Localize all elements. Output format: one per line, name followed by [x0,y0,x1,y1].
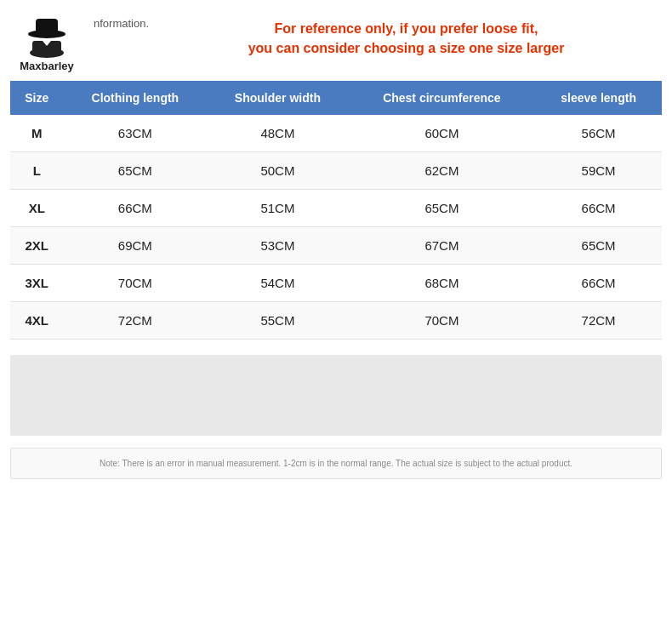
col-header-chest-circumference: Chest circumference [349,81,536,115]
size-table-container: Size Clothing length Shoulder width Ches… [10,81,662,340]
measurement-cell: 50CM [207,152,348,190]
size-cell: L [10,152,64,190]
measurement-cell: 66CM [535,265,662,302]
measurement-cell: 65CM [64,152,208,190]
measurement-cell: 59CM [535,152,662,190]
svg-rect-3 [36,19,58,35]
col-header-sleeve-length: sleeve length [535,81,662,115]
measurement-cell: 63CM [64,115,208,152]
measurement-cell: 66CM [535,190,662,227]
page-wrapper: Maxbarley nformation. For reference only… [0,0,672,634]
measurement-cell: 72CM [535,302,662,340]
bottom-placeholder [10,355,662,436]
measurement-cell: 67CM [349,227,536,265]
measurement-cell: 54CM [207,265,348,302]
top-section: Maxbarley nformation. For reference only… [0,0,672,81]
brand-logo-icon [24,15,71,58]
note-text: Note: There is an error in manual measur… [21,457,651,470]
measurement-cell: 72CM [64,302,208,340]
measurement-cell: 68CM [349,265,536,302]
col-header-size: Size [10,81,64,115]
size-cell: 4XL [10,302,64,340]
table-row: 3XL70CM54CM68CM66CM [10,265,662,302]
measurement-cell: 53CM [207,227,348,265]
size-cell: XL [10,190,64,227]
measurement-cell: 56CM [535,115,662,152]
measurement-cell: 70CM [349,302,536,340]
logo-area: Maxbarley [9,15,85,72]
measurement-cell: 69CM [64,227,208,265]
size-table: Size Clothing length Shoulder width Ches… [10,81,662,340]
measurement-cell: 55CM [207,302,348,340]
table-header-row: Size Clothing length Shoulder width Ches… [10,81,662,115]
measurement-cell: 65CM [349,190,536,227]
size-cell: M [10,115,64,152]
table-row: 4XL72CM55CM70CM72CM [10,302,662,340]
measurement-cell: 62CM [349,152,536,190]
brand-name: Maxbarley [20,60,74,72]
col-header-shoulder-width: Shoulder width [207,81,348,115]
notice-text: For reference only, if you prefer loose … [157,15,655,58]
size-cell: 2XL [10,227,64,265]
measurement-cell: 66CM [64,190,208,227]
table-row: XL66CM51CM65CM66CM [10,190,662,227]
note-section: Note: There is an error in manual measur… [10,448,662,479]
table-row: L65CM50CM62CM59CM [10,152,662,190]
measurement-cell: 60CM [349,115,536,152]
measurement-cell: 51CM [207,190,348,227]
measurement-cell: 65CM [535,227,662,265]
table-row: 2XL69CM53CM67CM65CM [10,227,662,265]
col-header-clothing-length: Clothing length [64,81,208,115]
info-label: nformation. [94,15,149,31]
size-cell: 3XL [10,265,64,302]
measurement-cell: 70CM [64,265,208,302]
measurement-cell: 48CM [207,115,348,152]
table-row: M63CM48CM60CM56CM [10,115,662,152]
